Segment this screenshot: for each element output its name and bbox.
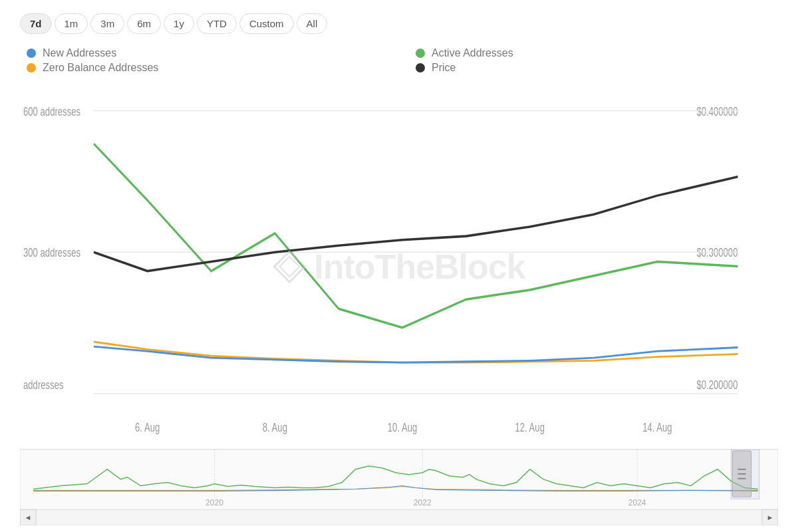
svg-text:600 addresses: 600 addresses — [23, 104, 80, 118]
main-chart: IntoTheBlock 600 addresses 300 addresses… — [20, 87, 778, 446]
svg-text:2022: 2022 — [414, 498, 432, 507]
svg-text:300 addresses: 300 addresses — [23, 246, 80, 259]
time-btn-custom[interactable]: Custom — [239, 13, 294, 34]
svg-text:2024: 2024 — [628, 498, 646, 507]
main-chart-svg: 600 addresses 300 addresses addresses $0… — [20, 87, 778, 446]
chart-area: IntoTheBlock 600 addresses 300 addresses… — [20, 87, 778, 525]
svg-text:10. Aug: 10. Aug — [388, 421, 417, 434]
legend-label-active-addresses: Active Addresses — [432, 47, 513, 59]
legend: New AddressesActive AddressesZero Balanc… — [20, 47, 778, 74]
time-btn-1m[interactable]: 1m — [55, 13, 88, 34]
legend-dot-price — [416, 63, 425, 72]
svg-text:6. Aug: 6. Aug — [135, 421, 160, 434]
time-btn-ytd[interactable]: YTD — [197, 13, 237, 34]
legend-item-price: Price — [416, 62, 778, 74]
time-btn-6m[interactable]: 6m — [127, 13, 161, 34]
svg-text:►: ► — [766, 513, 773, 521]
navigator: 2020 2022 2024 — [20, 449, 778, 525]
main-container: 7d1m3m6m1yYTDCustomAll New AddressesActi… — [0, 0, 798, 532]
svg-text:8. Aug: 8. Aug — [263, 421, 287, 434]
svg-text:$0.400000: $0.400000 — [696, 104, 737, 118]
svg-text:◄: ◄ — [25, 513, 32, 521]
time-btn-1y[interactable]: 1y — [164, 13, 194, 34]
legend-dot-zero-balance — [27, 63, 36, 72]
svg-text:$0.200000: $0.200000 — [696, 378, 737, 392]
legend-item-active-addresses: Active Addresses — [416, 47, 778, 59]
time-range-bar: 7d1m3m6m1yYTDCustomAll — [20, 13, 778, 34]
legend-label-price: Price — [432, 62, 456, 74]
svg-text:$0.300000: $0.300000 — [696, 246, 737, 259]
time-btn-all[interactable]: All — [297, 13, 328, 34]
legend-dot-active-addresses — [416, 49, 425, 58]
legend-label-new-addresses: New Addresses — [43, 47, 116, 59]
legend-dot-new-addresses — [27, 49, 36, 58]
svg-text:2020: 2020 — [205, 498, 223, 507]
svg-text:14. Aug: 14. Aug — [642, 421, 672, 434]
svg-text:addresses: addresses — [23, 378, 64, 392]
legend-label-zero-balance: Zero Balance Addresses — [43, 62, 158, 74]
time-btn-7d[interactable]: 7d — [20, 13, 52, 34]
svg-text:12. Aug: 12. Aug — [515, 421, 544, 434]
time-btn-3m[interactable]: 3m — [90, 13, 124, 34]
legend-item-new-addresses: New Addresses — [27, 47, 389, 59]
navigator-svg: 2020 2022 2024 — [20, 450, 778, 525]
svg-rect-32 — [36, 509, 762, 525]
legend-item-zero-balance: Zero Balance Addresses — [27, 62, 389, 74]
